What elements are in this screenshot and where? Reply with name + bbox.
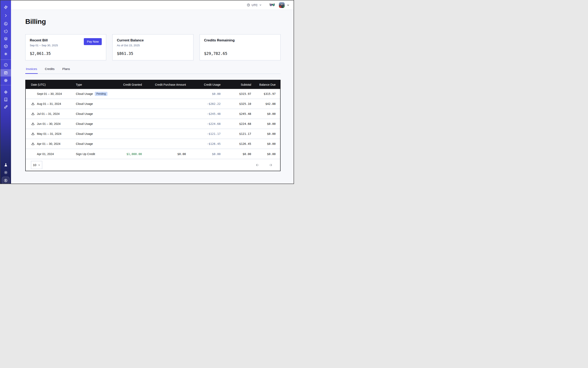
table-row: Jul 01 – 31, 2024 Cloud Usage -$245.48 $… (26, 109, 280, 119)
download-icon (31, 132, 35, 136)
account-menu-chevron-down-icon[interactable] (287, 4, 289, 7)
page-size-value: 10 (33, 163, 36, 167)
table-row: Sept 01 – 30, 2024 Cloud Usage Pending $… (26, 89, 280, 99)
sidebar-item-sun-icon[interactable] (3, 170, 8, 175)
column-header-credit-usage: Credit Usage (191, 83, 226, 86)
sidebar-item-billing-card-icon[interactable] (3, 70, 8, 75)
pagination (255, 163, 273, 167)
column-header-credit-granted: Credit Granted (110, 83, 147, 86)
glasses-icon[interactable] (270, 3, 275, 7)
previous-page-arrow-left-icon[interactable] (255, 163, 260, 167)
avatar[interactable] (279, 2, 285, 8)
balance-due-value: $0.00 (256, 132, 281, 136)
timezone-selector[interactable]: UTC (247, 3, 262, 7)
subtotal-value: $224.68 (226, 122, 256, 125)
invoice-date: Apr 01, 2024 (37, 152, 54, 156)
card-subtitle (204, 44, 276, 47)
subtotal-value: $325.10 (226, 102, 256, 105)
download-icon (31, 102, 35, 106)
invoice-date: Sept 01 – 30, 2024 (37, 92, 62, 95)
sidebar-item-spiral-icon[interactable] (3, 21, 8, 26)
clock-icon (247, 3, 250, 7)
balance-due-value: $42.88 (256, 102, 281, 105)
table-row: Aug 01 – 31, 2024 Cloud Usage -$282.22 $… (26, 99, 280, 109)
download-invoice-button[interactable] (31, 112, 35, 116)
table-row: Apr 01, 2024 Sign Up Credit $1,000.00 $0… (26, 149, 280, 159)
credit-usage-value: $0.00 (191, 152, 226, 156)
sidebar-item-dollar-badge-icon[interactable] (2, 177, 9, 184)
card-amount: $2,061.35 (30, 51, 102, 56)
download-invoice-button[interactable] (31, 122, 35, 126)
content: Billing Recent Bill Sep 01 – Sep 30, 202… (11, 10, 294, 184)
invoices-table: Date (UTC) Type Credit Granted Credit Pu… (25, 80, 280, 171)
current-balance-card: Current Balance As of Oct 15, 2025 $861.… (112, 34, 193, 60)
download-invoice-button[interactable] (31, 142, 35, 146)
card-title: Credits Remaining (204, 38, 276, 42)
app-window: UTC Billin (0, 0, 294, 184)
credit-usage-value: -$126.45 (191, 142, 226, 146)
sidebar-item-flask-icon[interactable] (3, 162, 8, 167)
tab-plans[interactable]: Plans (62, 67, 71, 74)
invoice-type: Cloud Usage (76, 102, 93, 105)
download-invoice-button[interactable] (31, 132, 35, 136)
page-size-select[interactable]: 10 (31, 161, 42, 169)
page-title: Billing (25, 18, 280, 26)
card-amount: $29,782.65 (204, 51, 276, 56)
invoice-type: Cloud Usage (76, 132, 93, 136)
subtotal-value: $126.45 (226, 142, 256, 146)
invoice-date: Jul 01 – 31, 2024 (37, 112, 60, 115)
sidebar-item-gear-icon[interactable] (3, 78, 8, 83)
credit-usage-value: -$121.17 (191, 132, 226, 136)
column-header-balance-due: Balance Due (256, 83, 281, 86)
table-row: May 01 – 31, 2024 Cloud Usage -$121.17 $… (26, 129, 280, 139)
credit-usage-value: -$224.68 (191, 122, 226, 125)
sidebar (0, 0, 11, 184)
credit-purchase-value: $0.00 (147, 152, 191, 156)
balance-due-value: $0.00 (256, 122, 281, 125)
credit-usage-value: -$282.22 (191, 102, 226, 105)
sidebar-item-layers-icon[interactable] (3, 36, 8, 41)
invoice-date: Jun 01 – 30, 2024 (37, 122, 61, 125)
invoice-date: Apr 01 – 30, 2024 (37, 142, 60, 146)
balance-due-value: $0.00 (256, 142, 281, 146)
credit-usage-value: $0.00 (191, 92, 226, 95)
credit-usage-value: -$245.48 (191, 112, 226, 115)
download-invoice-button[interactable] (31, 102, 35, 106)
table-footer: 10 (26, 159, 280, 171)
sidebar-item-rocket-icon[interactable] (3, 104, 8, 109)
table-row: Apr 01 – 30, 2024 Cloud Usage -$126.45 $… (26, 139, 280, 149)
sidebar-item-book-sparkle-icon[interactable] (3, 97, 8, 102)
table-header: Date (UTC) Type Credit Granted Credit Pu… (26, 80, 280, 89)
invoice-date: May 01 – 31, 2024 (37, 132, 61, 136)
subtotal-value: $245.48 (226, 112, 256, 115)
credits-remaining-card: Credits Remaining $29,782.65 (199, 34, 280, 60)
tab-credits[interactable]: Credits (44, 67, 55, 74)
subtotal-value: $0.00 (226, 152, 256, 156)
download-icon (31, 112, 35, 116)
sidebar-item-timer-icon[interactable] (3, 29, 8, 34)
sidebar-item-cube-icon[interactable] (3, 44, 8, 49)
credit-granted-value: $1,000.00 (110, 152, 147, 156)
invoice-type: Cloud Usage (76, 112, 93, 115)
pay-now-button[interactable]: Pay Now (84, 38, 102, 45)
status-badge: Pending (95, 92, 108, 96)
invoice-date: Aug 01 – 31, 2024 (37, 102, 61, 105)
chevron-down-icon (259, 4, 262, 6)
sidebar-item-asterisk-icon[interactable] (3, 51, 8, 56)
next-page-arrow-right-icon[interactable] (268, 163, 273, 167)
sidebar-collapse-chevron-right-icon[interactable] (3, 13, 8, 18)
tab-invoices[interactable]: Invoices (25, 67, 38, 74)
billing-tabs: Invoices Credits Plans (25, 67, 280, 74)
invoice-type: Cloud Usage (76, 92, 93, 95)
logo-icon[interactable] (3, 5, 8, 9)
column-header-date: Date (UTC) (26, 83, 76, 86)
sidebar-item-wheel-icon[interactable] (3, 90, 8, 94)
card-amount: $861.35 (117, 51, 189, 56)
summary-cards: Recent Bill Sep 01 – Sep 30, 2025 $2,061… (25, 34, 280, 60)
invoice-type: Cloud Usage (76, 142, 93, 146)
chevron-down-icon (38, 164, 40, 166)
subtotal-value: $315.97 (226, 92, 256, 95)
column-header-credit-purchase-amount: Credit Purchase Amount (147, 83, 191, 86)
sidebar-item-gauge-icon[interactable] (3, 62, 8, 67)
balance-due-value: $0.00 (256, 112, 281, 115)
